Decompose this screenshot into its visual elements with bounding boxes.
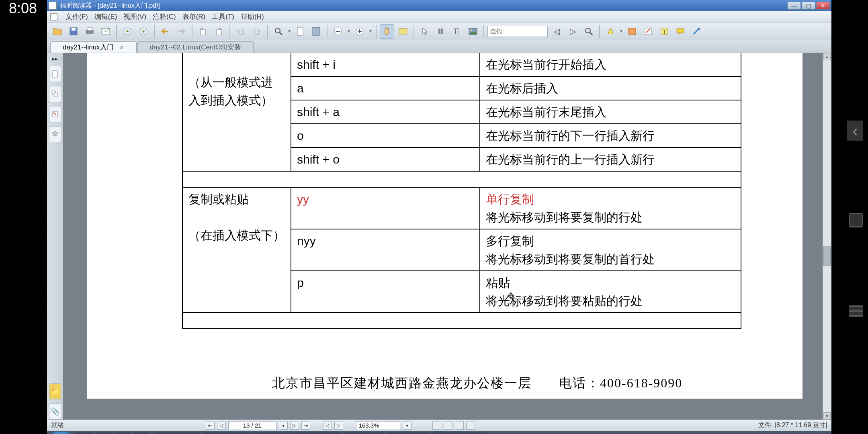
prev-page-button-sb[interactable]: ◁: [217, 422, 226, 430]
open-file-button[interactable]: [50, 24, 65, 39]
view-single-button[interactable]: [432, 422, 441, 430]
bookmarks-button[interactable]: [49, 66, 61, 82]
maximize-button[interactable]: ▢: [802, 2, 815, 10]
zoom-out-dropdown[interactable]: ▼: [347, 29, 351, 33]
pin-firefox[interactable]: [133, 432, 151, 434]
taskbar-paint[interactable]: 画图: [252, 432, 287, 434]
taskbar-windows[interactable]: Wind…: [342, 432, 386, 434]
taskbar-foxit[interactable]: 福昕阅…: [152, 432, 201, 434]
pin-app-green[interactable]: [94, 432, 112, 434]
taskbar-terminal[interactable]: 192.168…: [431, 432, 483, 434]
taskbar-centos[interactable]: CentOS…: [289, 432, 341, 434]
vertical-scrollbar[interactable]: ▲ ▼: [823, 53, 831, 420]
print-button[interactable]: [82, 24, 97, 39]
menu-comment[interactable]: 注释(C): [153, 12, 176, 21]
zoom-in-dropdown[interactable]: ▼: [368, 29, 373, 33]
nav-menu-icon[interactable]: [849, 305, 863, 317]
text-select-button[interactable]: T: [450, 24, 464, 39]
svg-rect-11: [297, 27, 303, 35]
desc: 在光标后插入: [486, 82, 558, 95]
email-button[interactable]: [98, 24, 113, 39]
scroll-thumb[interactable]: [823, 246, 831, 266]
tab-active[interactable]: day21--linux入门 ✕: [50, 41, 137, 53]
advanced-search-button[interactable]: [581, 24, 596, 39]
taskbar-notepad[interactable]: 记事本: [387, 432, 429, 434]
back-button[interactable]: [158, 24, 172, 39]
search-prev-button[interactable]: ◁: [549, 24, 564, 39]
expand-panel-button[interactable]: ▸▸: [52, 55, 58, 62]
clip-button[interactable]: 📎: [49, 403, 61, 420]
pages-button[interactable]: [49, 86, 61, 102]
nav-back-icon[interactable]: ‹: [847, 121, 863, 141]
menu-tools[interactable]: 工具(T): [212, 12, 234, 21]
rotate-left-button[interactable]: [196, 24, 210, 39]
page-dropdown[interactable]: ▾: [279, 422, 288, 430]
attachments-button[interactable]: 📁: [49, 383, 61, 399]
redo-button[interactable]: [250, 24, 264, 39]
view-continuous-button[interactable]: [444, 422, 452, 430]
fit-width-button[interactable]: [309, 24, 323, 39]
layers-button[interactable]: [49, 126, 61, 142]
close-button[interactable]: ✕: [816, 2, 830, 10]
zoom-out-button[interactable]: [331, 24, 345, 39]
select-tool-button[interactable]: [396, 24, 410, 39]
next-page-button[interactable]: [136, 24, 151, 39]
first-page-button[interactable]: ⇤: [206, 422, 215, 430]
highlight-button[interactable]: [603, 24, 618, 39]
desc: 在光标当前行末尾插入: [486, 105, 606, 119]
zoom-dropdown-sb[interactable]: ▾: [403, 422, 411, 430]
back-view-button[interactable]: ◁: [323, 422, 332, 430]
tab-inactive[interactable]: day21--02.Linux(CentOS)安装: [137, 41, 254, 53]
nav-square-icon[interactable]: [849, 213, 863, 227]
minimize-button[interactable]: —: [787, 2, 801, 10]
pin-explorer[interactable]: [75, 432, 93, 434]
pointer-tool-button[interactable]: [418, 24, 432, 39]
note-button[interactable]: [641, 24, 655, 39]
prev-page-button[interactable]: [120, 24, 135, 39]
menu-view[interactable]: 视图(V): [123, 12, 146, 21]
snapshot-button[interactable]: [434, 24, 448, 39]
menu-form[interactable]: 表单(R): [182, 12, 206, 21]
fit-page-button[interactable]: [293, 24, 307, 39]
tab-close-icon[interactable]: ✕: [119, 44, 124, 51]
taskbar-wps[interactable]: W课堂笔…: [202, 432, 250, 434]
forward-button[interactable]: [174, 24, 188, 39]
zoom-button[interactable]: [271, 24, 286, 39]
next-page-button-sb[interactable]: ▷: [290, 422, 299, 430]
save-button[interactable]: [66, 24, 81, 39]
svg-rect-27: [628, 28, 636, 35]
window-titlebar[interactable]: 福昕阅读器 - [day21--linux入门.pdf] — ▢ ✕: [47, 0, 831, 11]
link-button[interactable]: [689, 24, 704, 39]
tab-label: day21--linux入门: [63, 43, 114, 52]
menu-file[interactable]: 文件(F): [66, 12, 88, 21]
menu-help[interactable]: 帮助(H): [241, 12, 264, 21]
page-number-input[interactable]: [228, 421, 276, 430]
zoom-input[interactable]: [356, 421, 400, 430]
pin-app-blue[interactable]: [114, 432, 131, 434]
forward-view-button[interactable]: ▷: [334, 422, 343, 430]
hand-tool-button[interactable]: [380, 24, 394, 39]
side-panel: ▸▸ 📁 📎: [47, 53, 63, 420]
system-tray[interactable]: ▲ ⚑ ⛉ 🖧 🔊 8:08 2017/3/2: [742, 431, 830, 434]
start-button[interactable]: [49, 432, 74, 434]
view-cont-facing-button[interactable]: [466, 422, 475, 430]
highlight-dropdown[interactable]: ▼: [619, 29, 623, 33]
comments-button[interactable]: [49, 106, 61, 122]
menu-edit[interactable]: 编辑(E): [94, 12, 117, 21]
image-button[interactable]: [466, 24, 480, 39]
view-facing-button[interactable]: [455, 422, 464, 430]
undo-button[interactable]: [233, 24, 248, 39]
search-next-button[interactable]: ▷: [565, 24, 580, 39]
status-ready: 就绪: [51, 421, 64, 430]
zoom-dropdown[interactable]: ▼: [287, 29, 291, 33]
rotate-right-button[interactable]: [212, 24, 226, 39]
document-view[interactable]: （从一般模式进 入到插入模式） shift + i 在光标当前行开始插入 a在光…: [63, 53, 831, 420]
strikeout-button[interactable]: [625, 24, 639, 39]
search-input[interactable]: [487, 26, 548, 37]
sticky-note-button[interactable]: [673, 24, 688, 39]
text-comment-button[interactable]: T: [657, 24, 671, 39]
zoom-in-button[interactable]: [352, 24, 367, 39]
scroll-up-button[interactable]: ▲: [823, 53, 831, 60]
scroll-down-button[interactable]: ▼: [823, 412, 831, 420]
last-page-button[interactable]: ⇥: [301, 422, 310, 430]
